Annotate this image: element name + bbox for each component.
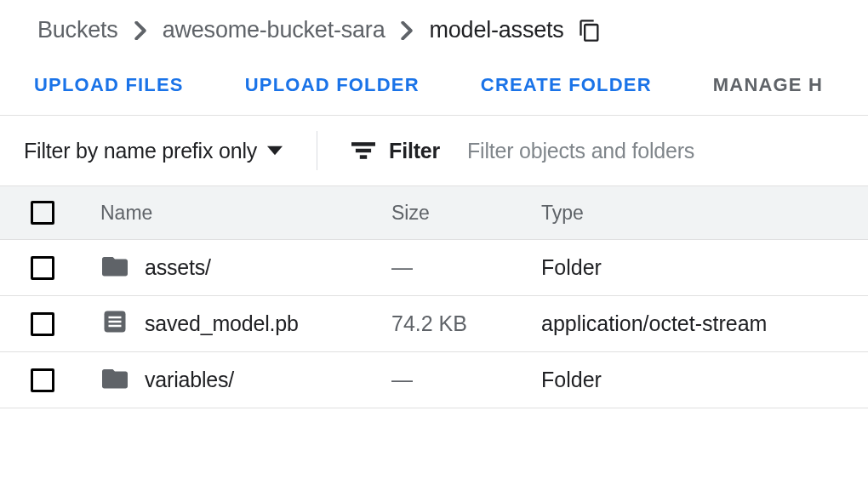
table-row[interactable]: saved_model.pb 74.2 KB application/octet… <box>0 296 868 352</box>
svg-rect-6 <box>109 324 122 327</box>
table-row[interactable]: assets/ — Folder <box>0 240 868 296</box>
action-toolbar: UPLOAD FILES UPLOAD FOLDER CREATE FOLDER… <box>0 64 868 115</box>
svg-rect-0 <box>351 142 375 146</box>
row-checkbox[interactable] <box>31 312 54 336</box>
chevron-right-icon <box>125 21 156 40</box>
filter-label: Filter <box>389 139 440 163</box>
column-header-name[interactable]: Name <box>85 202 391 225</box>
filter-input[interactable] <box>467 139 757 163</box>
folder-icon <box>102 254 128 282</box>
vertical-divider <box>317 131 317 170</box>
object-table: Name Size Type assets/ — Folder saved_mo… <box>0 185 868 408</box>
table-header: Name Size Type <box>0 185 868 240</box>
svg-rect-2 <box>360 155 367 158</box>
table-row[interactable]: variables/ — Folder <box>0 352 868 408</box>
prefix-filter-label: Filter by name prefix only <box>24 139 257 163</box>
manage-holds-button[interactable]: MANAGE H <box>713 74 823 96</box>
object-name[interactable]: variables/ <box>145 368 234 392</box>
filter-row: Filter by name prefix only Filter <box>0 116 868 185</box>
object-size: — <box>391 368 541 392</box>
column-header-size[interactable]: Size <box>391 202 541 225</box>
select-all-checkbox[interactable] <box>31 201 54 225</box>
breadcrumb-root[interactable]: Buckets <box>37 17 118 43</box>
object-name[interactable]: saved_model.pb <box>145 311 299 336</box>
column-header-type[interactable]: Type <box>541 202 868 225</box>
object-size: — <box>391 255 541 280</box>
object-type: application/octet-stream <box>541 311 868 336</box>
upload-files-button[interactable]: UPLOAD FILES <box>34 74 184 96</box>
chevron-right-icon <box>391 21 422 40</box>
file-icon <box>102 309 128 340</box>
object-name[interactable]: assets/ <box>145 255 211 280</box>
row-checkbox[interactable] <box>31 256 54 280</box>
breadcrumb-bucket[interactable]: awesome-bucket-sara <box>163 17 385 43</box>
dropdown-icon <box>267 146 283 156</box>
breadcrumb-current: model-assets <box>429 17 563 43</box>
svg-rect-1 <box>356 149 371 152</box>
row-checkbox[interactable] <box>31 368 54 392</box>
copy-path-icon[interactable] <box>578 19 602 43</box>
object-type: Folder <box>541 255 868 280</box>
folder-icon <box>102 367 128 394</box>
create-folder-button[interactable]: CREATE FOLDER <box>481 74 652 96</box>
svg-rect-4 <box>109 316 122 318</box>
upload-folder-button[interactable]: UPLOAD FOLDER <box>245 74 420 96</box>
prefix-filter-dropdown[interactable]: Filter by name prefix only <box>24 139 283 163</box>
filter-icon <box>351 141 375 160</box>
breadcrumb: Buckets awesome-bucket-sara model-assets <box>0 0 868 64</box>
filter-toggle[interactable]: Filter <box>351 139 440 163</box>
svg-rect-5 <box>109 320 122 322</box>
object-type: Folder <box>541 368 868 392</box>
object-size: 74.2 KB <box>391 311 541 336</box>
